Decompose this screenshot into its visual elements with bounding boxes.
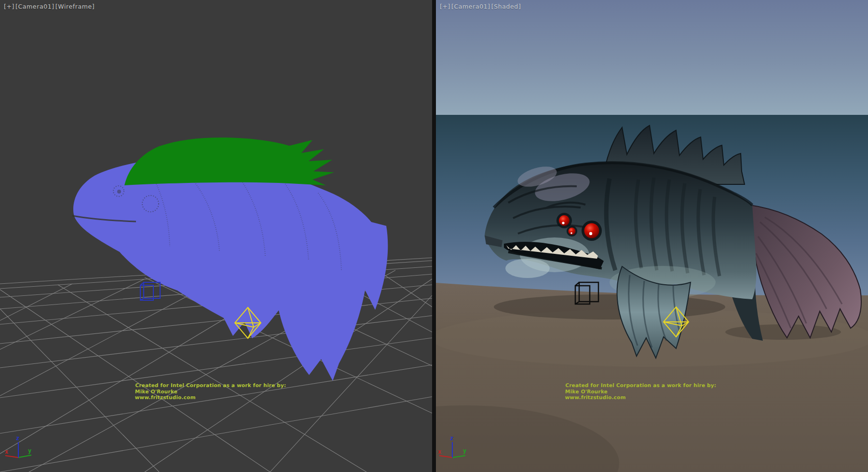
scene-credit-text-right: Created for Intel Corporation as a work … — [565, 382, 716, 401]
fish-mesh-wireframe[interactable] — [72, 138, 388, 381]
viewport-menu-button[interactable]: [+] — [440, 3, 450, 10]
fish-eye-dot — [117, 190, 121, 194]
viewport-splitter[interactable] — [432, 0, 436, 472]
axis-z-label: z — [450, 435, 453, 442]
credit-line-1: Created for Intel Corporation as a work … — [565, 382, 716, 389]
viewport-wireframe[interactable]: [+][Camera01][Wireframe] — [0, 0, 432, 472]
credit-line-3: www.fritzstudio.com — [565, 394, 716, 401]
viewport-menu-button[interactable]: [+] — [4, 3, 14, 10]
box-helper-wireframe[interactable] — [140, 282, 160, 300]
axis-z-label: z — [16, 435, 19, 442]
scene-credit-text-left: Created for Intel Corporation as a work … — [135, 382, 286, 401]
eye-red-left — [559, 215, 570, 226]
viewport-camera-menu[interactable]: [Camera01] — [15, 3, 54, 10]
credit-line-2: Mike O'Rourke — [565, 389, 716, 395]
viewport-label-right[interactable]: [+][Camera01][Shaded] — [440, 3, 522, 10]
eye-specular-middle — [570, 232, 572, 234]
axis-y-label: y — [28, 447, 31, 454]
viewport-shading-menu[interactable]: [Shaded] — [491, 3, 521, 10]
axis-x-label: x — [5, 448, 8, 455]
max-viewport-stage: [+][Camera01][Wireframe] — [0, 0, 868, 472]
credit-line-1: Created for Intel Corporation as a work … — [135, 382, 286, 389]
viewport-shading-menu[interactable]: [Wireframe] — [55, 3, 95, 10]
wireframe-scene-canvas[interactable]: x y z — [0, 0, 432, 472]
eye-specular-right — [589, 232, 592, 235]
axis-y-label: y — [463, 447, 466, 454]
viewport-label-left[interactable]: [+][Camera01][Wireframe] — [4, 3, 95, 10]
credit-line-2: Mike O'Rourke — [135, 389, 286, 395]
world-axis-gizmo-left: x y z — [5, 435, 31, 458]
viewport-shaded[interactable]: [+][Camera01][Shaded] — [436, 0, 868, 472]
shaded-scene-canvas[interactable]: x y z — [436, 0, 868, 472]
eye-red-right — [584, 223, 599, 238]
dorsal-fin-mesh-green[interactable] — [124, 138, 334, 185]
credit-line-3: www.fritzstudio.com — [135, 394, 285, 401]
chin-highlight — [505, 259, 550, 278]
viewport-camera-menu[interactable]: [Camera01] — [451, 3, 490, 10]
eye-specular-left — [562, 222, 564, 224]
creature-shadow — [494, 294, 725, 319]
axis-x-label: x — [438, 448, 441, 455]
